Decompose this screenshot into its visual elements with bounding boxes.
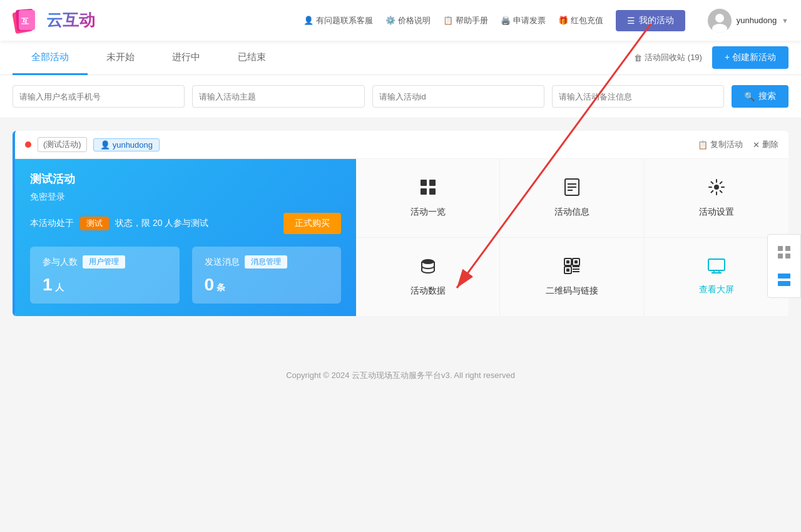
tab-not-started[interactable]: 未开始 — [88, 41, 153, 75]
tab-ended[interactable]: 已结束 — [219, 41, 285, 75]
logo-icon: 互 — [13, 6, 41, 35]
svg-text:互: 互 — [21, 17, 29, 26]
svg-rect-21 — [574, 260, 578, 263]
svg-rect-35 — [778, 281, 790, 286]
action-activity-info[interactable]: 活动信息 — [500, 159, 644, 238]
stat-header-2: 发送消息 消息管理 — [205, 255, 329, 269]
action-big-screen-label: 查看大屏 — [699, 284, 734, 295]
activity-name-badge[interactable]: (测试活动) — [38, 137, 87, 152]
search-icon: 🔍 — [744, 91, 755, 101]
tabs-left: 全部活动 未开始 进行中 已结束 — [13, 41, 634, 74]
activity-header: (测试活动) 👤 yunhudong 📋 复制活动 ✕ 删除 — [15, 131, 788, 159]
print-icon: 🖨️ — [501, 16, 511, 25]
sidebar-list-icon[interactable] — [773, 269, 795, 291]
action-info-label: 活动信息 — [554, 207, 589, 218]
stat-messages-value: 0条 — [205, 275, 329, 295]
activity-stats: 参与人数 用户管理 1人 发送消息 消息管 — [30, 247, 341, 304]
copy-activity-button[interactable]: 📋 复制活动 — [698, 139, 743, 150]
person-icon: 👤 — [304, 16, 314, 25]
username-label: yunhudong — [737, 16, 777, 25]
monitor-icon — [708, 258, 725, 278]
list-icon: ☰ — [627, 16, 635, 26]
dropdown-icon: ▼ — [782, 17, 788, 24]
tab-all-activities[interactable]: 全部活动 — [13, 41, 88, 75]
action-activity-list[interactable]: 活动一览 — [356, 159, 500, 238]
activity-title: 测试活动 — [30, 171, 341, 187]
buy-button[interactable]: 正式购买 — [283, 213, 341, 234]
stat-header-1: 参与人数 用户管理 — [43, 255, 167, 269]
logo[interactable]: 互 云互动 — [13, 6, 95, 35]
svg-rect-9 — [421, 188, 427, 195]
svg-rect-26 — [708, 259, 725, 270]
tabs-right: 🗑 活动回收站 (19) + 创建新活动 — [634, 46, 788, 69]
gift-icon: 🎁 — [558, 16, 568, 25]
nav-recharge[interactable]: 🎁 红包充值 — [558, 15, 603, 26]
action-activity-data[interactable]: 活动数据 — [356, 238, 500, 317]
document-icon — [564, 178, 580, 200]
my-activity-button[interactable]: ☰ 我的活动 — [616, 10, 685, 31]
svg-rect-30 — [778, 246, 783, 251]
svg-point-5 — [715, 14, 724, 23]
action-qrcode[interactable]: 二维码与链接 — [500, 238, 644, 317]
copy-icon: 📋 — [698, 140, 708, 150]
close-icon: ✕ — [753, 140, 760, 150]
delete-activity-button[interactable]: ✕ 删除 — [753, 139, 778, 150]
nav-help[interactable]: 📋 帮助手册 — [443, 15, 488, 26]
svg-rect-34 — [778, 274, 790, 279]
recycle-icon: 🗑 — [634, 53, 642, 63]
action-qrcode-label: 二维码与链接 — [546, 285, 598, 297]
search-note-input[interactable] — [552, 85, 724, 108]
search-button[interactable]: 🔍 搜索 — [732, 85, 788, 108]
svg-rect-10 — [429, 188, 436, 195]
svg-rect-7 — [421, 180, 427, 186]
recycle-button[interactable]: 🗑 活动回收站 (19) — [634, 52, 702, 63]
activity-card: (测试活动) 👤 yunhudong 📋 复制活动 ✕ 删除 — [13, 131, 788, 316]
grid-icon — [419, 178, 437, 200]
action-settings-label: 活动设置 — [699, 207, 734, 218]
stat-participants: 参与人数 用户管理 1人 — [30, 247, 180, 304]
status-dot — [25, 141, 31, 148]
message-manage-button[interactable]: 消息管理 — [245, 255, 287, 269]
nav-customer-service[interactable]: 👤 有问题联系客服 — [304, 15, 373, 26]
sidebar-grid-icon[interactable] — [773, 241, 795, 263]
right-sidebar — [767, 234, 801, 298]
avatar-icon — [708, 9, 732, 33]
svg-rect-22 — [566, 269, 569, 272]
qrcode-icon — [563, 257, 581, 279]
create-activity-button[interactable]: + 创建新活动 — [712, 46, 788, 69]
nav-invoice[interactable]: 🖨️ 申请发票 — [501, 15, 546, 26]
svg-point-15 — [714, 185, 719, 190]
nav-pricing[interactable]: ⚙️ 价格说明 — [385, 15, 431, 26]
gear-icon: ⚙️ — [385, 16, 395, 25]
user-manage-button[interactable]: 用户管理 — [83, 255, 125, 269]
database-icon — [419, 257, 437, 279]
activity-body: 测试活动 免密登录 本活动处于 测试 状态，限 20 人参与测试 正式购买 参与… — [15, 159, 788, 316]
user-area[interactable]: yunhudong ▼ — [708, 9, 788, 33]
svg-rect-31 — [785, 246, 790, 251]
search-theme-input[interactable] — [192, 85, 364, 108]
user-icon: 👤 — [100, 140, 110, 150]
action-activity-settings[interactable]: 活动设置 — [645, 159, 788, 238]
search-username-input[interactable] — [13, 85, 185, 108]
search-id-input[interactable] — [372, 85, 544, 108]
activity-info-panel: 测试活动 免密登录 本活动处于 测试 状态，限 20 人参与测试 正式购买 参与… — [15, 159, 356, 316]
avatar — [708, 9, 732, 33]
svg-point-16 — [422, 259, 434, 264]
settings-icon — [708, 178, 725, 200]
activity-status-row: 本活动处于 测试 状态，限 20 人参与测试 正式购买 — [30, 213, 341, 234]
svg-rect-33 — [785, 253, 790, 258]
action-list-label: 活动一览 — [411, 207, 446, 218]
search-bar: 🔍 搜索 — [0, 75, 801, 118]
header: 互 云互动 👤 有问题联系客服 ⚙️ 价格说明 📋 帮助手册 🖨️ 申请发票 🎁… — [0, 0, 801, 41]
activity-header-right: 📋 复制活动 ✕ 删除 — [698, 139, 778, 150]
svg-rect-20 — [566, 260, 569, 263]
activity-subtitle: 免密登录 — [30, 192, 341, 203]
activity-header-left: (测试活动) 👤 yunhudong — [25, 137, 160, 152]
footer: Copyright © 2024 云互动现场互动服务平台v3. All righ… — [0, 351, 801, 400]
svg-rect-32 — [778, 253, 783, 258]
activity-actions-panel: 活动一览 活动信息 — [356, 159, 788, 316]
header-nav: 👤 有问题联系客服 ⚙️ 价格说明 📋 帮助手册 🖨️ 申请发票 🎁 红包充值 … — [304, 9, 788, 33]
main-content: (测试活动) 👤 yunhudong 📋 复制活动 ✕ 删除 — [0, 118, 801, 339]
action-data-label: 活动数据 — [411, 285, 446, 297]
tab-in-progress[interactable]: 进行中 — [153, 41, 219, 75]
